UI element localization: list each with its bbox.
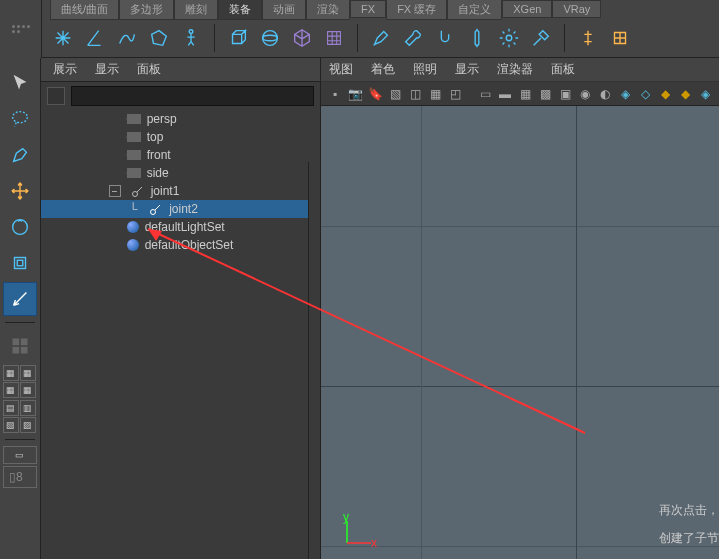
outliner-item-persp[interactable]: persp	[41, 110, 320, 128]
viewport-3d[interactable]: y x 再次点击， 创建了子节点joint2 与joint1是父子关系	[321, 106, 719, 559]
shelf-tab[interactable]: 雕刻	[174, 0, 218, 20]
shelf-tab[interactable]: VRay	[552, 0, 601, 18]
svg-point-6	[12, 220, 27, 235]
spanner-icon[interactable]	[528, 25, 554, 51]
constraint2-icon[interactable]	[607, 25, 633, 51]
shelf-tab[interactable]: 曲线/曲面	[50, 0, 119, 20]
rotate-tool[interactable]	[3, 210, 37, 244]
svg-rect-7	[14, 258, 25, 269]
frame-counter[interactable]: ▯8	[3, 466, 37, 488]
outliner-item-joint2[interactable]: └ joint2	[41, 200, 320, 218]
vp-image-plane-icon[interactable]: ▧	[387, 86, 403, 102]
asterisk-icon[interactable]	[50, 25, 76, 51]
outliner-menu-display[interactable]: 展示	[53, 61, 77, 78]
lasso-tool[interactable]	[3, 102, 37, 136]
layout-presets[interactable]: ▦▦▦▦	[3, 365, 37, 398]
vp-light-icon[interactable]: ◉	[577, 86, 593, 102]
shelf-tab[interactable]: 装备	[218, 0, 262, 20]
outliner-menu-show[interactable]: 显示	[95, 61, 119, 78]
svg-rect-3	[475, 30, 479, 45]
vp-film-gate-icon[interactable]: ◰	[447, 86, 463, 102]
vp-cube3-icon[interactable]: ◈	[697, 86, 713, 102]
scale-tool[interactable]	[3, 246, 37, 280]
shelf-tab[interactable]: XGen	[502, 0, 552, 18]
vp-menu-renderer[interactable]: 渲染器	[497, 61, 533, 78]
last-tool[interactable]	[3, 282, 37, 316]
select-tool[interactable]	[3, 66, 37, 100]
curve-icon[interactable]	[114, 25, 140, 51]
cube-icon[interactable]	[225, 25, 251, 51]
vp-menu-shading[interactable]: 着色	[371, 61, 395, 78]
link-icon[interactable]	[464, 25, 490, 51]
shelf-tab[interactable]: FX	[350, 0, 386, 18]
paint-select-tool[interactable]	[3, 138, 37, 172]
vp-isolate-icon[interactable]: ◈	[617, 86, 633, 102]
outliner-item-lightset[interactable]: defaultLightSet	[41, 218, 320, 236]
shelf-tab[interactable]: 动画	[262, 0, 306, 20]
vp-gate-mask-icon[interactable]: ▬	[497, 86, 513, 102]
vp-textured-icon[interactable]: ▣	[557, 86, 573, 102]
camera-icon	[127, 114, 141, 124]
polygon-icon[interactable]	[146, 25, 172, 51]
angle-icon[interactable]	[82, 25, 108, 51]
svg-rect-12	[21, 347, 28, 354]
wrench-icon[interactable]	[400, 25, 426, 51]
vp-menu-show[interactable]: 显示	[455, 61, 479, 78]
volume-icon[interactable]	[289, 25, 315, 51]
outliner-item-front[interactable]: front	[41, 146, 320, 164]
vp-menu-panels[interactable]: 面板	[551, 61, 575, 78]
skeleton-icon[interactable]	[178, 25, 204, 51]
gear-icon[interactable]	[496, 25, 522, 51]
outliner-scrollbar[interactable]	[308, 162, 320, 559]
viewport-toolbar: ▪ 📷 🔖 ▧ ◫ ▦ ◰ ▭ ▬ ▦ ▩ ▣ ◉ ◐ ◈ ◇ ◆ ◆ ◈	[321, 82, 719, 106]
vp-cube2-icon[interactable]: ◆	[677, 86, 693, 102]
outliner-item-side[interactable]: side	[41, 164, 320, 182]
vp-menu-lighting[interactable]: 照明	[413, 61, 437, 78]
snap-toggle[interactable]: ▭	[3, 446, 37, 464]
vp-shaded-icon[interactable]: ▩	[537, 86, 553, 102]
outliner-tree[interactable]: persp top front side − joint1 └ joint2 d…	[41, 110, 320, 559]
viewport-header: 视图 着色 照明 显示 渲染器 面板	[321, 58, 719, 82]
vp-grid-icon[interactable]: ▦	[427, 86, 443, 102]
camera-icon	[127, 132, 141, 142]
lattice-icon[interactable]	[321, 25, 347, 51]
set-icon	[127, 221, 139, 233]
outliner-item-joint1[interactable]: − joint1	[41, 182, 320, 200]
hook-icon[interactable]	[432, 25, 458, 51]
constraint-icon[interactable]	[575, 25, 601, 51]
toolbox: ▦▦▦▦ ▤▥▧▨ ▭ ▯8	[0, 58, 41, 559]
outliner-header: 展示 显示 面板	[41, 58, 320, 82]
camera-icon	[127, 150, 141, 160]
paint-icon[interactable]	[368, 25, 394, 51]
svg-point-0	[189, 29, 193, 33]
shelf-handle	[0, 0, 42, 58]
viewport-panel: 视图 着色 照明 显示 渲染器 面板 ▪ 📷 🔖 ▧ ◫ ▦ ◰ ▭ ▬ ▦ ▩…	[321, 58, 719, 559]
layout-presets2[interactable]: ▤▥▧▨	[3, 400, 37, 433]
outliner-panel: 展示 显示 面板 persp top front side − joint1 └…	[41, 58, 321, 559]
outliner-search-input[interactable]	[71, 86, 314, 106]
outliner-item-top[interactable]: top	[41, 128, 320, 146]
vp-resolution-icon[interactable]: ▭	[477, 86, 493, 102]
sphere-icon[interactable]	[257, 25, 283, 51]
search-mode-icon[interactable]	[47, 87, 65, 105]
layout-quad[interactable]	[3, 329, 37, 363]
move-tool[interactable]	[3, 174, 37, 208]
vp-menu-view[interactable]: 视图	[329, 61, 353, 78]
vp-wireframe-icon[interactable]: ▦	[517, 86, 533, 102]
vp-2d-icon[interactable]: ◫	[407, 86, 423, 102]
collapse-icon[interactable]: −	[109, 185, 121, 197]
vp-select-cam-icon[interactable]: ▪	[327, 86, 343, 102]
vp-xray-icon[interactable]: ◇	[637, 86, 653, 102]
vp-camera-icon[interactable]: 📷	[347, 86, 363, 102]
shelf-tab[interactable]: 渲染	[306, 0, 350, 20]
vp-shadow-icon[interactable]: ◐	[597, 86, 613, 102]
svg-rect-9	[12, 339, 19, 346]
shelf-tab[interactable]: 自定义	[447, 0, 502, 20]
vp-cube1-icon[interactable]: ◆	[657, 86, 673, 102]
shelf-tab[interactable]: 多边形	[119, 0, 174, 20]
outliner-item-objectset[interactable]: defaultObjectSet	[41, 236, 320, 254]
outliner-menu-panels[interactable]: 面板	[137, 61, 161, 78]
shelf-tab[interactable]: FX 缓存	[386, 0, 447, 20]
vp-bookmark-icon[interactable]: 🔖	[367, 86, 383, 102]
axis-gizmo: y x	[337, 513, 377, 553]
